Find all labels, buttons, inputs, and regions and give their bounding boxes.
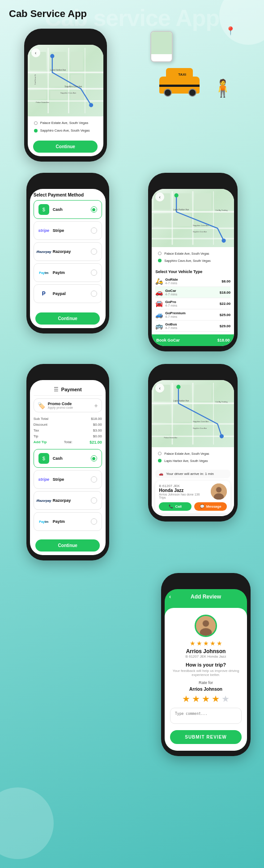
submit-review-button[interactable]: SUBMIT REVIEW [170,730,242,744]
payment-option-razorpay[interactable]: /Razorpay Razorpay [34,242,102,261]
payment-option-paytm[interactable]: Paytm Paytm [34,263,102,282]
svg-text:Sapphire Cove Ave: Sapphire Cove Ave [193,428,207,429]
map1: ‹ [28,45,103,116]
summary-stripe-radio[interactable] [91,476,97,483]
tip-label: Tip [34,434,38,438]
tip-row: Tip $0.00 [34,433,102,439]
review-rating-stars[interactable]: ★ ★ ★ ★ ★ [170,693,242,704]
to-input-4[interactable]: Lapis Harbor Ave, South Vegas [155,457,230,464]
paypal-radio[interactable] [91,291,97,297]
from-dot-1 [34,121,38,125]
pin-icon: 📍 [226,26,235,36]
to-dot-4 [158,459,162,462]
vehicle-item-gocar[interactable]: 🚗 GoCar 4-7 mins $18.00 [155,287,230,298]
gopro-icon: 🚘 [155,300,165,307]
vehicle-section-title: Select Your Vehicle Type [155,269,230,274]
rating-star-4[interactable]: ★ [212,693,220,704]
from-input-2[interactable]: Palace Estate Ave, South Vegas [155,250,230,257]
promo-text: Promo Code Apply promo code [48,402,92,409]
payment-option-paypal[interactable]: P Paypal [34,284,102,303]
tip-value: $0.00 [93,434,102,438]
continue-button-3[interactable]: Continue [35,312,100,325]
payment-summary-header: ☰ Payment [34,384,102,396]
back-button-1[interactable]: ‹ [31,48,40,57]
discount-value: $0.00 [93,423,102,427]
summary-paytm-icon: Paytm [38,516,49,527]
razorpay-radio[interactable] [91,248,97,255]
promo-row[interactable]: 🏷️ Promo Code Apply promo code + [34,398,102,412]
review-rate-label: Rate for [170,680,242,685]
rate-name-text: Arrios Johnson [189,687,222,692]
rating-star-5[interactable]: ★ [221,693,230,704]
notch1 [47,34,83,42]
summary-cash-radio[interactable] [91,455,97,462]
summary-razorpay-radio[interactable] [91,497,97,504]
svg-point-61 [216,487,221,492]
driver-avatar [211,483,227,500]
review-back-btn[interactable]: ‹ [169,594,171,600]
continue-button-1[interactable]: Continue [33,141,98,153]
phone-screen3: Select Payment Method $ Cash stripe Stri… [26,173,109,334]
continue-button-5[interactable]: Continue [35,539,100,552]
vehicle-item-goride[interactable]: 🛵 GoRide 4-7 mins $8.00 [155,276,230,287]
star-2: ★ [196,640,202,647]
svg-text:Sapphire Cove Ave: Sapphire Cove Ave [193,224,209,227]
to-input-2[interactable]: Sapphiro Cavo Ave, South Vegas [155,257,230,264]
call-button[interactable]: 📞 Call [159,502,192,511]
screen3: Select Payment Method $ Cash stripe Stri… [30,189,106,328]
svg-text:Sapphire Cove Ave: Sapphire Cove Ave [193,231,207,233]
from-dot-2 [158,252,162,255]
svg-rect-30 [195,193,212,210]
paypal-label: Paypal [53,291,87,296]
stripe-radio[interactable] [91,227,97,234]
to-input-1[interactable]: Sapphiro Cavo Ave, South Vegas [31,127,100,134]
payment-summary-razorpay[interactable]: /Razorpay Razorpay [34,491,102,510]
review-question: How is your trip? [170,662,242,667]
driver-plate: B 61207 JEK [159,484,207,488]
payment-summary-stripe[interactable]: stripe Stripe [34,470,102,489]
page-title: Cab Service App [0,0,264,22]
screen2: ‹ Lapis Harbor Ave [152,189,234,346]
payment-option-stripe[interactable]: stripe Stripe [34,221,102,240]
map-phone-small [150,31,173,62]
cash-radio[interactable] [91,206,97,213]
svg-text:Sapphire Cove Ave: Sapphire Cove Ave [60,92,77,94]
to-dot-1 [34,129,38,133]
svg-point-16 [89,103,93,107]
stripe-icon: stripe [38,225,49,236]
arrival-bar: 🚗 Your driver will arrive in: 1 min [155,470,230,478]
message-button[interactable]: 💬 Message [194,502,227,511]
taxi-label: TAXI [176,72,188,77]
comment-input[interactable] [170,708,242,724]
payment-summary-cash[interactable]: $ Cash [34,449,102,468]
book-bar[interactable]: Book GoCar $18.00 [152,334,234,346]
star-4: ★ [210,640,216,647]
from-input-1[interactable]: Palace Estate Ave, South Vegas [31,119,100,127]
rating-star-1[interactable]: ★ [182,693,190,704]
review-rate-name-label: Arrios Johnson [170,687,242,692]
vehicle-item-gobus[interactable]: 🚌 GoBus 4-7 mins $29.00 [155,321,230,332]
vehicle-item-gopro[interactable]: 🚘 GoPro 4-7 mins $22.00 [155,298,230,309]
gocar-icon: 🚗 [155,289,165,296]
paytm-radio[interactable] [91,269,97,276]
payment-summary-paytm[interactable]: Paytm Paytm [34,512,102,531]
promo-plus-icon[interactable]: + [94,402,98,409]
svg-rect-50 [154,426,170,434]
message-icon: 💬 [200,505,204,509]
rating-star-2[interactable]: ★ [192,693,200,704]
rating-star-3[interactable]: ★ [202,693,210,704]
vehicle-item-gopremium[interactable]: 🚙 GoPremium 4-7 mins $25.00 [155,309,230,321]
payment-option-cash[interactable]: $ Cash [34,200,102,219]
summary-paytm-radio[interactable] [91,518,97,525]
add-tip-btn[interactable]: Add Tip [34,440,47,445]
tax-row: Tax $3.00 [34,428,102,433]
phone-screen6: ‹ Add Review ★ ★ [161,573,251,756]
from-input-4[interactable]: Palace Estate Ave, South Vegas [155,450,230,457]
summary-stripe-icon: stripe [38,474,49,485]
svg-rect-47 [195,385,212,402]
star-3: ★ [203,640,209,647]
notch4 [175,369,211,377]
screen4: ‹ Lapis Harbor A [152,380,234,516]
driver-name: Honda Jazz [159,488,207,493]
review-driver-name: Arrios Johnson [170,648,242,654]
